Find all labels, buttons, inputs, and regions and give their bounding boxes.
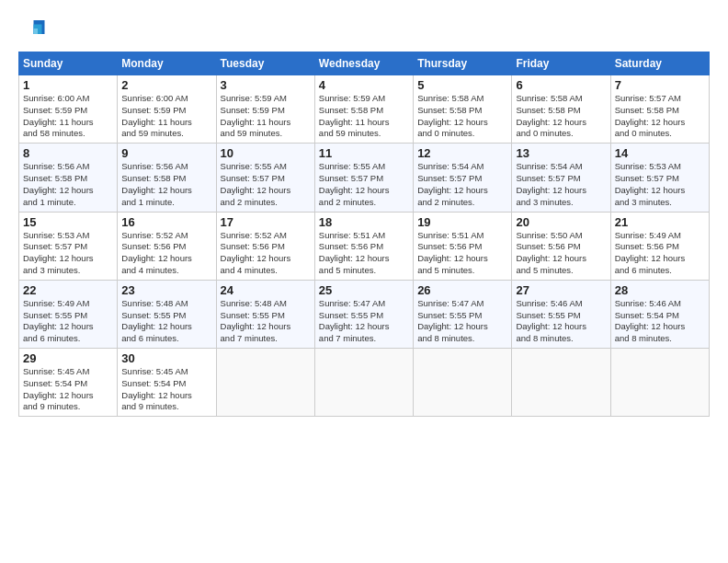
day-number: 1 xyxy=(23,78,113,92)
day-info: Sunrise: 5:58 AM Sunset: 5:58 PM Dayligh… xyxy=(417,93,507,140)
table-cell: 20Sunrise: 5:50 AM Sunset: 5:56 PM Dayli… xyxy=(512,212,610,280)
table-cell: 4Sunrise: 5:59 AM Sunset: 5:58 PM Daylig… xyxy=(314,75,413,144)
col-tuesday: Tuesday xyxy=(216,52,314,75)
day-info: Sunrise: 5:50 AM Sunset: 5:56 PM Dayligh… xyxy=(516,230,606,277)
svg-marker-2 xyxy=(34,29,39,34)
table-cell: 7Sunrise: 5:57 AM Sunset: 5:58 PM Daylig… xyxy=(610,75,709,144)
day-info: Sunrise: 5:59 AM Sunset: 5:58 PM Dayligh… xyxy=(319,93,409,140)
day-info: Sunrise: 5:56 AM Sunset: 5:58 PM Dayligh… xyxy=(23,161,113,208)
day-number: 15 xyxy=(23,215,113,229)
table-cell: 15Sunrise: 5:53 AM Sunset: 5:57 PM Dayli… xyxy=(19,212,118,280)
table-cell: 16Sunrise: 5:52 AM Sunset: 5:56 PM Dayli… xyxy=(118,212,216,280)
table-cell: 1Sunrise: 6:00 AM Sunset: 5:59 PM Daylig… xyxy=(19,75,118,144)
day-info: Sunrise: 5:54 AM Sunset: 5:57 PM Dayligh… xyxy=(516,161,606,208)
day-info: Sunrise: 5:45 AM Sunset: 5:54 PM Dayligh… xyxy=(23,366,113,413)
table-cell: 26Sunrise: 5:47 AM Sunset: 5:55 PM Dayli… xyxy=(414,280,512,348)
table-cell: 10Sunrise: 5:55 AM Sunset: 5:57 PM Dayli… xyxy=(216,144,314,212)
table-cell: 5Sunrise: 5:58 AM Sunset: 5:58 PM Daylig… xyxy=(414,75,512,144)
table-cell: 11Sunrise: 5:55 AM Sunset: 5:57 PM Dayli… xyxy=(314,144,413,212)
day-info: Sunrise: 5:56 AM Sunset: 5:58 PM Dayligh… xyxy=(121,161,211,208)
day-info: Sunrise: 5:55 AM Sunset: 5:57 PM Dayligh… xyxy=(221,161,311,208)
day-number: 11 xyxy=(319,146,409,160)
table-cell: 14Sunrise: 5:53 AM Sunset: 5:57 PM Dayli… xyxy=(610,144,709,212)
table-cell: 24Sunrise: 5:48 AM Sunset: 5:55 PM Dayli… xyxy=(216,280,314,348)
table-cell: 23Sunrise: 5:48 AM Sunset: 5:55 PM Dayli… xyxy=(118,280,216,348)
table-cell xyxy=(414,349,512,417)
day-number: 20 xyxy=(516,215,606,229)
table-cell: 17Sunrise: 5:52 AM Sunset: 5:56 PM Dayli… xyxy=(216,212,314,280)
logo-icon xyxy=(18,15,46,42)
day-number: 21 xyxy=(615,215,705,229)
day-number: 2 xyxy=(121,78,211,92)
day-number: 5 xyxy=(417,78,507,92)
day-info: Sunrise: 5:52 AM Sunset: 5:56 PM Dayligh… xyxy=(221,230,311,277)
day-number: 9 xyxy=(121,146,211,160)
day-number: 24 xyxy=(221,283,311,297)
day-number: 3 xyxy=(221,78,311,92)
table-cell: 8Sunrise: 5:56 AM Sunset: 5:58 PM Daylig… xyxy=(19,144,118,212)
day-number: 17 xyxy=(221,215,311,229)
table-cell: 2Sunrise: 6:00 AM Sunset: 5:59 PM Daylig… xyxy=(118,75,216,144)
day-number: 23 xyxy=(121,283,211,297)
day-info: Sunrise: 5:47 AM Sunset: 5:55 PM Dayligh… xyxy=(417,298,507,345)
day-info: Sunrise: 5:46 AM Sunset: 5:54 PM Dayligh… xyxy=(615,298,705,345)
table-cell xyxy=(512,349,610,417)
page: Sunday Monday Tuesday Wednesday Thursday… xyxy=(0,0,728,563)
table-cell: 22Sunrise: 5:49 AM Sunset: 5:55 PM Dayli… xyxy=(19,280,118,348)
day-info: Sunrise: 5:58 AM Sunset: 5:58 PM Dayligh… xyxy=(516,93,606,140)
day-info: Sunrise: 5:51 AM Sunset: 5:56 PM Dayligh… xyxy=(319,230,409,277)
table-cell xyxy=(216,349,314,417)
table-cell: 3Sunrise: 5:59 AM Sunset: 5:59 PM Daylig… xyxy=(216,75,314,144)
day-info: Sunrise: 6:00 AM Sunset: 5:59 PM Dayligh… xyxy=(23,93,113,140)
day-info: Sunrise: 5:49 AM Sunset: 5:56 PM Dayligh… xyxy=(615,230,705,277)
day-number: 30 xyxy=(121,351,211,365)
day-number: 14 xyxy=(615,146,705,160)
day-number: 12 xyxy=(417,146,507,160)
day-number: 18 xyxy=(319,215,409,229)
col-monday: Monday xyxy=(118,52,216,75)
day-number: 16 xyxy=(121,215,211,229)
day-info: Sunrise: 5:46 AM Sunset: 5:55 PM Dayligh… xyxy=(516,298,606,345)
table-cell: 30Sunrise: 5:45 AM Sunset: 5:54 PM Dayli… xyxy=(118,349,216,417)
day-number: 29 xyxy=(23,351,113,365)
table-cell: 9Sunrise: 5:56 AM Sunset: 5:58 PM Daylig… xyxy=(118,144,216,212)
table-cell xyxy=(610,349,709,417)
table-cell: 25Sunrise: 5:47 AM Sunset: 5:55 PM Dayli… xyxy=(314,280,413,348)
day-info: Sunrise: 5:45 AM Sunset: 5:54 PM Dayligh… xyxy=(121,366,211,413)
day-info: Sunrise: 5:51 AM Sunset: 5:56 PM Dayligh… xyxy=(417,230,507,277)
day-info: Sunrise: 5:49 AM Sunset: 5:55 PM Dayligh… xyxy=(23,298,113,345)
table-cell xyxy=(314,349,413,417)
day-number: 19 xyxy=(417,215,507,229)
day-number: 4 xyxy=(319,78,409,92)
logo xyxy=(18,15,50,42)
table-cell: 6Sunrise: 5:58 AM Sunset: 5:58 PM Daylig… xyxy=(512,75,610,144)
day-info: Sunrise: 5:47 AM Sunset: 5:55 PM Dayligh… xyxy=(319,298,409,345)
day-number: 28 xyxy=(615,283,705,297)
day-number: 22 xyxy=(23,283,113,297)
day-number: 6 xyxy=(516,78,606,92)
day-number: 25 xyxy=(319,283,409,297)
day-info: Sunrise: 5:55 AM Sunset: 5:57 PM Dayligh… xyxy=(319,161,409,208)
col-sunday: Sunday xyxy=(19,52,118,75)
day-info: Sunrise: 5:59 AM Sunset: 5:59 PM Dayligh… xyxy=(221,93,311,140)
calendar-table: Sunday Monday Tuesday Wednesday Thursday… xyxy=(18,52,710,417)
day-info: Sunrise: 5:53 AM Sunset: 5:57 PM Dayligh… xyxy=(23,230,113,277)
day-info: Sunrise: 6:00 AM Sunset: 5:59 PM Dayligh… xyxy=(121,93,211,140)
day-number: 13 xyxy=(516,146,606,160)
header xyxy=(18,15,710,42)
day-number: 27 xyxy=(516,283,606,297)
day-info: Sunrise: 5:57 AM Sunset: 5:58 PM Dayligh… xyxy=(615,93,705,140)
table-cell: 27Sunrise: 5:46 AM Sunset: 5:55 PM Dayli… xyxy=(512,280,610,348)
day-number: 26 xyxy=(417,283,507,297)
day-info: Sunrise: 5:52 AM Sunset: 5:56 PM Dayligh… xyxy=(121,230,211,277)
day-number: 7 xyxy=(615,78,705,92)
table-cell: 12Sunrise: 5:54 AM Sunset: 5:57 PM Dayli… xyxy=(414,144,512,212)
table-cell: 21Sunrise: 5:49 AM Sunset: 5:56 PM Dayli… xyxy=(610,212,709,280)
table-cell: 13Sunrise: 5:54 AM Sunset: 5:57 PM Dayli… xyxy=(512,144,610,212)
day-info: Sunrise: 5:54 AM Sunset: 5:57 PM Dayligh… xyxy=(417,161,507,208)
day-number: 8 xyxy=(23,146,113,160)
table-cell: 28Sunrise: 5:46 AM Sunset: 5:54 PM Dayli… xyxy=(610,280,709,348)
col-saturday: Saturday xyxy=(610,52,709,75)
day-info: Sunrise: 5:48 AM Sunset: 5:55 PM Dayligh… xyxy=(121,298,211,345)
col-friday: Friday xyxy=(512,52,610,75)
